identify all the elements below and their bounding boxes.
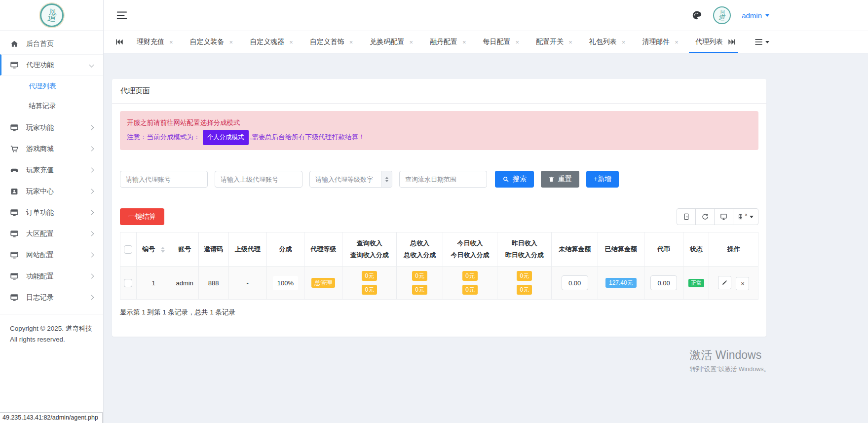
- date-range-input[interactable]: [399, 171, 487, 188]
- tab-redeem-code-config[interactable]: 兑换码配置×: [361, 31, 421, 53]
- close-icon[interactable]: ×: [462, 39, 466, 45]
- pagination-toggle-button[interactable]: [677, 208, 696, 225]
- tabs-scroll-left-button[interactable]: [111, 31, 128, 53]
- user-menu[interactable]: admin: [742, 11, 769, 20]
- monitor-icon: [10, 293, 19, 302]
- close-icon[interactable]: ×: [349, 39, 353, 45]
- agent-account-input[interactable]: [120, 171, 208, 188]
- theme-palette-button[interactable]: [691, 10, 702, 21]
- topbar: 问 道 admin: [104, 0, 868, 31]
- sidebar-subitem-settlement-records[interactable]: 结算记录: [0, 96, 103, 116]
- agent-level-input[interactable]: [309, 171, 392, 188]
- token-input[interactable]: [650, 275, 677, 290]
- idcard-icon: [10, 187, 19, 196]
- col-id[interactable]: 编号: [136, 232, 171, 267]
- close-icon[interactable]: ×: [568, 39, 572, 45]
- reset-button[interactable]: 重置: [541, 171, 579, 188]
- settle-all-button[interactable]: 一键结算: [120, 208, 164, 225]
- sidebar-item-order-functions[interactable]: 订单功能: [0, 202, 103, 223]
- sidebar-item-label: 玩家充值: [26, 166, 54, 175]
- unsettled-amount-input[interactable]: [562, 275, 588, 290]
- tab-label: 理财充值: [137, 38, 164, 46]
- close-icon[interactable]: ×: [169, 39, 173, 45]
- sidebar-item-player-center[interactable]: 玩家中心: [0, 181, 103, 202]
- tabs-menu-button[interactable]: [755, 38, 769, 45]
- chevron-right-icon: [89, 274, 94, 279]
- col-settled-amount: 已结算金额: [598, 232, 644, 267]
- sidebar-item-player-recharge[interactable]: 玩家充值: [0, 159, 103, 181]
- tab-rongdan-config[interactable]: 融丹配置×: [421, 31, 475, 53]
- sidebar-item-feature-config[interactable]: 功能配置: [0, 266, 103, 287]
- edit-button[interactable]: [718, 276, 731, 289]
- sidebar-item-label: 玩家功能: [26, 123, 54, 132]
- sidebar-toggle-button[interactable]: [116, 11, 127, 20]
- tab-gift-list[interactable]: 礼包列表×: [581, 31, 634, 53]
- close-icon[interactable]: ×: [516, 39, 520, 45]
- share-value: 100%: [273, 276, 298, 290]
- number-spinner[interactable]: [381, 171, 392, 187]
- tab-agent-list[interactable]: 代理列表×: [687, 31, 740, 53]
- tab-label: 每日配置: [483, 38, 511, 46]
- close-icon[interactable]: ×: [409, 39, 413, 45]
- cell-select: [120, 267, 137, 300]
- sidebar-item-player-functions[interactable]: 玩家功能: [0, 117, 103, 138]
- cell-token: [644, 267, 683, 300]
- chevron-down-icon: [765, 41, 769, 43]
- close-icon[interactable]: ×: [622, 39, 626, 45]
- table-row: 1 admin 888 - 100% 总管理 0元 0元 0元: [120, 267, 758, 300]
- refresh-button[interactable]: [695, 208, 715, 225]
- tab-custom-soulweapon[interactable]: 自定义魂器×: [241, 31, 302, 53]
- alert-line2-suffix: ,需要总后台给所有下级代理打款结算！: [250, 133, 365, 141]
- select-all-checkbox[interactable]: [124, 245, 132, 254]
- actions-row: 一键结算 ×: [120, 208, 758, 225]
- tab-custom-jewelry[interactable]: 自定义首饰×: [302, 31, 362, 53]
- col-invite-code: 邀请码: [198, 232, 228, 267]
- sidebar-subitem-agent-list[interactable]: 代理列表: [0, 77, 103, 96]
- chevron-right-icon: [89, 168, 94, 173]
- tab-daily-config[interactable]: 每日配置×: [475, 31, 528, 53]
- tab-clean-mail[interactable]: 清理邮件×: [634, 31, 687, 53]
- close-icon[interactable]: ×: [289, 39, 293, 45]
- sidebar-item-agent-functions[interactable]: 代理功能: [0, 54, 103, 76]
- sidebar-item-zone-config[interactable]: 大区配置: [0, 223, 103, 244]
- chevron-right-icon: [89, 210, 94, 215]
- user-avatar[interactable]: 问 道: [713, 6, 731, 24]
- spin-down-icon[interactable]: [385, 180, 388, 182]
- sidebar-item-dashboard[interactable]: 后台首页: [0, 33, 103, 54]
- tab-config-switch[interactable]: 配置开关×: [528, 31, 581, 53]
- columns-button[interactable]: ×: [733, 208, 758, 225]
- columns-icon: [738, 213, 744, 221]
- close-icon[interactable]: ×: [728, 39, 732, 45]
- income-badge: 0元: [462, 271, 478, 281]
- sidebar-item-log-records[interactable]: 日志记录: [0, 287, 103, 308]
- cell-actions: ×: [709, 267, 758, 300]
- close-icon[interactable]: ×: [675, 39, 679, 45]
- tab-wealth-recharge[interactable]: 理财充值×: [128, 31, 182, 53]
- sidebar-item-label: 玩家中心: [26, 187, 54, 196]
- spin-up-icon[interactable]: [385, 177, 388, 179]
- tab-custom-equipment[interactable]: 自定义装备×: [182, 31, 242, 53]
- palette-icon: [691, 10, 702, 21]
- close-icon[interactable]: ×: [229, 39, 233, 45]
- chevron-down-icon: [750, 216, 754, 218]
- sort-icon[interactable]: [161, 247, 165, 253]
- logo-area: 问 道: [0, 0, 103, 31]
- fullscreen-button[interactable]: [714, 208, 733, 225]
- chevron-right-icon: [89, 231, 94, 236]
- cell-status: 正常: [683, 267, 709, 300]
- search-icon: [502, 176, 509, 183]
- cell-query-income: 0元 0元: [342, 267, 397, 300]
- x-icon: ×: [745, 212, 748, 218]
- sidebar-item-game-shop[interactable]: 游戏商城: [0, 138, 103, 159]
- cell-id: 1: [136, 267, 171, 300]
- cart-icon: [10, 145, 19, 154]
- sidebar-item-site-config[interactable]: 网站配置: [0, 244, 103, 266]
- tab-label: 兑换码配置: [370, 38, 404, 46]
- topbar-right: 问 道 admin: [691, 6, 769, 24]
- parent-agent-input[interactable]: [215, 171, 302, 188]
- row-checkbox[interactable]: [124, 279, 132, 287]
- delete-button[interactable]: ×: [736, 277, 749, 290]
- cell-invite-code: 888: [198, 267, 228, 300]
- add-button[interactable]: +新增: [586, 171, 619, 188]
- search-button[interactable]: 搜索: [495, 171, 534, 188]
